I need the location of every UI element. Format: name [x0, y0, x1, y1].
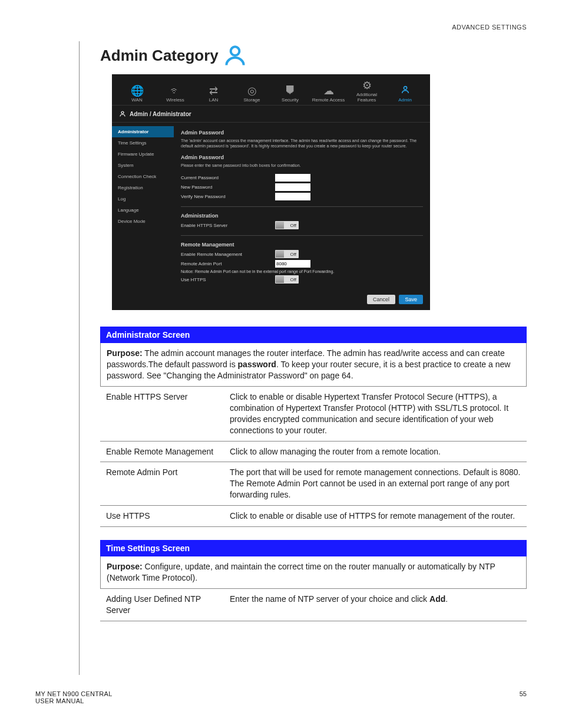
- save-button[interactable]: Save: [399, 295, 423, 304]
- nav-system[interactable]: System: [112, 160, 174, 171]
- margin-rule: [79, 41, 80, 675]
- panel-title-remote: Remote Management: [181, 242, 423, 248]
- label-verify-pw: Verify New Password: [181, 194, 275, 199]
- nav-administrator[interactable]: Administrator: [112, 126, 174, 137]
- table-row: Adding User Defined NTP Server Enter the…: [100, 589, 527, 621]
- time-screen-header: Time Settings Screen: [100, 540, 527, 556]
- svg-point-1: [404, 87, 406, 90]
- input-current-pw[interactable]: [275, 174, 310, 182]
- router-tabs: 🌐WAN ᯤWireless ⇄LAN ◎Storage ⛊Security ☁…: [112, 74, 430, 106]
- label-remote-enable: Enable Remote Management: [181, 252, 275, 257]
- table-row: Remote Admin PortThe port that will be u…: [100, 462, 527, 506]
- nav-registration[interactable]: Registration: [112, 182, 174, 193]
- label-use-https: Use HTTPS: [181, 277, 275, 282]
- page-footer: MY NET N900 CENTRAL USER MANUAL 55: [35, 690, 527, 704]
- admin-purpose-box: Purpose: The admin account manages the r…: [100, 343, 527, 387]
- tab-admin[interactable]: Admin: [386, 84, 424, 105]
- router-buttons: Cancel Save: [112, 290, 430, 307]
- panel-title-admin: Administration: [181, 213, 423, 219]
- svg-point-2: [121, 111, 124, 114]
- panel-desc: The 'admin' account can access the manag…: [181, 138, 423, 149]
- router-screenshot: 🌐WAN ᯤWireless ⇄LAN ◎Storage ⛊Security ☁…: [112, 74, 430, 310]
- tab-security[interactable]: ⛊Security: [271, 84, 309, 105]
- admin-icon: [222, 42, 248, 68]
- toggle-https[interactable]: Off: [275, 221, 299, 229]
- nav-firmware[interactable]: Firmware Update: [112, 149, 174, 160]
- admin-params-table: Enable HTTPS ServerClick to enable or di…: [100, 387, 527, 527]
- panel-title-1: Admin Password: [181, 130, 423, 136]
- nav-devicemode[interactable]: Device Mode: [112, 216, 174, 227]
- table-row: Enable Remote ManagementClick to allow m…: [100, 441, 527, 462]
- input-remote-port[interactable]: [275, 260, 310, 268]
- footer-manual: USER MANUAL: [35, 697, 113, 704]
- remote-notice: Notice: Remote Admin Port can not be in …: [181, 269, 423, 274]
- admin-icon-small: [119, 110, 126, 117]
- tab-remote[interactable]: ☁Remote Access: [309, 84, 348, 105]
- nav-log[interactable]: Log: [112, 193, 174, 205]
- footer-page-number: 55: [520, 690, 527, 704]
- router-sidenav: Administrator Time Settings Firmware Upd…: [112, 123, 174, 290]
- table-row: Use HTTPSClick to enable or disable use …: [100, 506, 527, 527]
- toggle-use-https[interactable]: Off: [275, 275, 299, 284]
- time-params-table: Adding User Defined NTP Server Enter the…: [100, 589, 527, 621]
- section-header: ADVANCED SETTINGS: [35, 24, 527, 31]
- time-purpose-box: Purpose: Configure, update, and maintain…: [100, 556, 527, 589]
- input-new-pw[interactable]: [275, 183, 310, 191]
- footer-product: MY NET N900 CENTRAL: [35, 690, 113, 697]
- nav-language[interactable]: Language: [112, 205, 174, 216]
- svg-point-0: [230, 47, 239, 55]
- page-title: Admin Category: [100, 42, 527, 68]
- tab-wan[interactable]: 🌐WAN: [118, 84, 156, 105]
- cancel-button[interactable]: Cancel: [367, 295, 395, 304]
- label-remote-port: Remote Admin Port: [181, 261, 275, 266]
- tab-lan[interactable]: ⇄LAN: [194, 84, 233, 105]
- toggle-remote[interactable]: Off: [275, 250, 299, 258]
- nav-conncheck[interactable]: Connection Check: [112, 171, 174, 182]
- table-row: Enable HTTPS ServerClick to enable or di…: [100, 387, 527, 441]
- label-new-pw: New Password: [181, 185, 275, 190]
- panel-title-2: Admin Password: [181, 154, 423, 160]
- input-verify-pw[interactable]: [275, 193, 310, 200]
- label-https: Enable HTTPS Server: [181, 223, 275, 228]
- panel-hint: Please enter the same password into both…: [181, 163, 423, 168]
- router-breadcrumb: Admin / Administrator: [112, 106, 430, 123]
- tab-wireless[interactable]: ᯤWireless: [156, 84, 194, 105]
- tab-additional[interactable]: ⚙Additional Features: [348, 79, 386, 105]
- admin-screen-header: Administrator Screen: [100, 327, 527, 343]
- label-current-pw: Current Password: [181, 175, 275, 180]
- router-main-panel: Admin Password The 'admin' account can a…: [174, 123, 430, 290]
- nav-time[interactable]: Time Settings: [112, 137, 174, 149]
- tab-storage[interactable]: ◎Storage: [233, 84, 271, 105]
